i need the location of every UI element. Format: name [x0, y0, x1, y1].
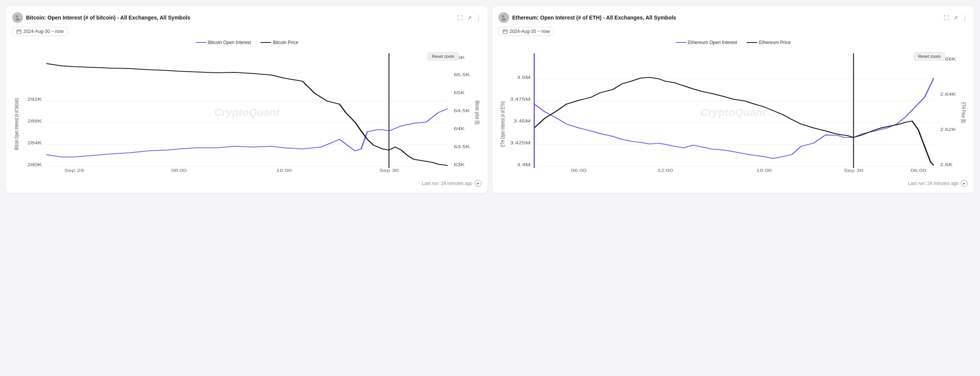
btc-date-badge[interactable]: 2024-Aug-30 ~ now — [12, 27, 68, 36]
btc-legend-price: Bitcoin Price — [260, 40, 299, 45]
eth-y-left-3425m: 3.425M — [510, 141, 531, 145]
btc-y-right-title: Bitcoin price ($) — [474, 101, 480, 124]
btc-y-left-280k: 280K — [28, 163, 42, 167]
btc-calendar-icon — [16, 29, 21, 34]
btc-external-icon[interactable]: ↗ — [467, 15, 472, 21]
svg-marker-15 — [963, 182, 965, 185]
btc-card-header: Bitcoin: Open Interest (# of bitcoin) - … — [12, 12, 482, 23]
eth-oi-line — [534, 78, 934, 159]
svg-rect-3 — [17, 30, 21, 34]
eth-price-line — [534, 77, 934, 165]
btc-date-range: 2024-Aug-30 ~ now — [23, 29, 64, 34]
btc-y-right-63k: 63K — [454, 163, 465, 167]
eth-last-run: Last run: 24 minutes ago — [908, 181, 959, 186]
btc-x-1600: 16:00 — [276, 168, 292, 173]
btc-y-left-292k: 292K — [28, 97, 42, 101]
btc-y-left-284k: 284K — [28, 141, 42, 145]
svg-point-2 — [16, 18, 20, 21]
eth-chart-title: Ethereum: Open Interest (# of ETH) - All… — [512, 15, 676, 21]
eth-y-left-35m: 3.5M — [517, 75, 531, 80]
btc-price-legend-line — [260, 42, 271, 43]
eth-chart-svg: 3.4M 3.425M 3.45M 3.475M 3.5M 2.6K 2.62K… — [498, 47, 968, 178]
eth-x-1800: 18:00 — [756, 168, 771, 173]
btc-legend-oi: Bitcoin Open Interest — [196, 40, 251, 45]
btc-title-group: Bitcoin: Open Interest (# of bitcoin) - … — [12, 12, 190, 23]
eth-card-header: Ethereum: Open Interest (# of ETH) - All… — [498, 12, 968, 23]
eth-oi-legend-line — [676, 42, 686, 43]
eth-y-left-title: ETH Open Interest (# of ETH) — [500, 101, 506, 147]
eth-price-legend-label: Ethereum Price — [759, 40, 791, 45]
btc-menu-icon[interactable]: ⋮ — [476, 15, 482, 21]
eth-x-0600: 06:00 — [571, 168, 586, 173]
eth-y-right-262k: 2.62K — [940, 128, 956, 132]
btc-y-right-645k: 64.5K — [454, 109, 470, 113]
btc-x-0800: 08:00 — [171, 168, 186, 173]
eth-title-group: Ethereum: Open Interest (# of ETH) - All… — [498, 12, 676, 23]
eth-reset-zoom-button[interactable]: Reset zoom — [914, 52, 945, 60]
eth-oi-legend-label: Ethereum Open Interest — [688, 40, 737, 45]
btc-avatar — [12, 12, 23, 23]
eth-x-1200: 12:00 — [657, 168, 673, 173]
eth-expand-icon[interactable]: ⛶ — [944, 15, 949, 21]
btc-legend: Bitcoin Open Interest Bitcoin Price — [12, 40, 482, 45]
svg-point-10 — [502, 18, 506, 21]
btc-y-right-64k: 64K — [454, 127, 465, 131]
eth-legend-price: Ethereum Price — [746, 40, 791, 45]
eth-y-right-264k: 2.64K — [940, 92, 956, 96]
btc-reset-zoom-button[interactable]: Reset zoom — [428, 52, 459, 60]
eth-y-left-345m: 3.45M — [513, 119, 531, 123]
eth-price-legend-line — [746, 42, 757, 43]
btc-oi-legend-label: Bitcoin Open Interest — [208, 40, 251, 45]
btc-x-sep30: Sep 30 — [379, 168, 399, 173]
eth-external-icon[interactable]: ↗ — [953, 15, 958, 21]
svg-rect-11 — [503, 30, 507, 34]
btc-card-footer: Last run: 24 minutes ago — [12, 180, 482, 187]
svg-marker-7 — [477, 182, 479, 185]
eth-date-badge[interactable]: 2024-Aug-30 ~ now — [498, 27, 554, 36]
btc-price-legend-label: Bitcoin Price — [273, 40, 299, 45]
eth-play-button[interactable] — [961, 180, 968, 187]
btc-y-left-title: Bitcoin Open Interest (# of bitcoin) — [13, 98, 20, 150]
eth-chart-area: CryptoQuant Reset zoom 3.4M 3.425M 3.45M… — [498, 47, 968, 178]
btc-chart-card: Bitcoin: Open Interest (# of bitcoin) - … — [6, 6, 488, 193]
eth-y-right-26k: 2.6K — [940, 163, 952, 167]
eth-y-right-title: ETH Price ($) — [960, 102, 967, 123]
btc-expand-icon[interactable]: ⛶ — [457, 15, 463, 21]
btc-oi-legend-line — [196, 42, 206, 43]
btc-price-line — [46, 64, 448, 165]
btc-y-right-655k: 65.5K — [454, 73, 470, 77]
btc-x-sep29: Sep 29 — [64, 168, 84, 173]
eth-menu-icon[interactable]: ⋮ — [962, 15, 968, 21]
btc-chart-title: Bitcoin: Open Interest (# of bitcoin) - … — [26, 15, 190, 21]
btc-last-run: Last run: 24 minutes ago — [422, 181, 472, 186]
btc-chart-svg: 280K 284K 288K 292K 63K 63.5K 64K 64.5K … — [12, 47, 482, 178]
btc-y-right-635k: 63.5K — [454, 145, 470, 149]
svg-point-1 — [16, 15, 18, 18]
btc-y-right-65k: 65K — [454, 91, 465, 95]
eth-y-left-34m: 3.4M — [517, 163, 531, 167]
eth-x-sep30: Sep 30 — [844, 168, 863, 173]
btc-play-button[interactable] — [475, 180, 482, 187]
eth-card-footer: Last run: 24 minutes ago — [498, 180, 968, 187]
eth-date-range: 2024-Aug-30 ~ now — [510, 29, 550, 34]
eth-x-0600-2: 06:00 — [911, 168, 926, 173]
eth-legend-oi: Ethereum Open Interest — [676, 40, 737, 45]
btc-header-icons: ⛶ ↗ ⋮ — [457, 15, 482, 21]
btc-y-left-288k: 288K — [28, 119, 42, 123]
eth-legend: Ethereum Open Interest Ethereum Price — [498, 40, 968, 45]
btc-chart-area: CryptoQuant Reset zoom 280K 284K 288K 29… — [12, 47, 482, 178]
eth-header-icons: ⛶ ↗ ⋮ — [944, 15, 968, 21]
eth-avatar — [498, 12, 509, 23]
eth-chart-card: Ethereum: Open Interest (# of ETH) - All… — [492, 6, 974, 193]
svg-point-9 — [502, 15, 504, 18]
eth-y-left-3475m: 3.475M — [510, 97, 531, 101]
eth-calendar-icon — [503, 29, 508, 34]
